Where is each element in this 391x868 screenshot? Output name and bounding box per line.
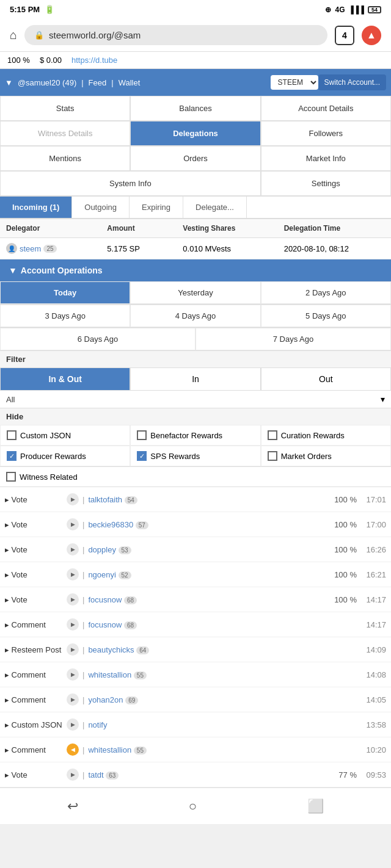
checkbox-sps[interactable]: ✓ [137, 451, 147, 461]
separator: | [81, 78, 83, 87]
wallet-link[interactable]: Wallet [119, 78, 141, 87]
url-bar[interactable]: 🔒 steemworld.org/@sam [24, 25, 327, 45]
op-user[interactable]: tatdt 63 [88, 770, 320, 779]
op-row-vote-2: ▸ Vote ▶ | beckie96830 57 100 % 17:00 [0, 512, 391, 537]
op-user[interactable]: talktofaith 54 [88, 495, 320, 504]
op-user[interactable]: doppley 53 [88, 545, 320, 554]
tab-button[interactable]: 4 [335, 26, 354, 45]
hide-producer-rewards[interactable]: ✓ Producer Rewards [0, 446, 130, 466]
recent-button[interactable]: ⬜ [307, 798, 324, 814]
tab-7days[interactable]: 7 Days Ago [196, 328, 391, 350]
nav-stats[interactable]: Stats [0, 96, 130, 121]
op-type: ▸ Comment [5, 620, 63, 629]
tab-3days[interactable]: 3 Days Ago [0, 305, 130, 327]
tab-expiring[interactable]: Expiring [130, 197, 183, 218]
feed-link[interactable]: Feed [89, 78, 107, 87]
home-icon[interactable]: ⌂ [10, 28, 17, 42]
tab-delegate[interactable]: Delegate... [183, 197, 247, 218]
nav-market-info[interactable]: Market Info [261, 146, 391, 171]
op-user[interactable]: whitestallion 55 [88, 745, 320, 754]
op-expand[interactable]: ▶ [67, 718, 79, 731]
bottom-nav: ↩ ○ ⬜ [0, 787, 391, 824]
tube-link[interactable]: https://d.tube [71, 56, 117, 65]
nav-account-details[interactable]: Account Details [261, 96, 391, 121]
hide-sps-rewards[interactable]: ✓ SPS Rewards [130, 446, 260, 466]
op-type: ▸ Vote [5, 570, 63, 579]
op-user[interactable]: ngoenyi 52 [88, 570, 320, 579]
nav-delegations[interactable]: Delegations [130, 121, 260, 146]
op-expand[interactable]: ▶ [67, 643, 79, 656]
op-expand[interactable]: ▶ [67, 593, 79, 606]
hide-custom-json-label: Custom JSON [20, 431, 71, 440]
op-expand[interactable]: ▶ [67, 693, 79, 706]
checkbox-benefactor[interactable] [137, 430, 147, 440]
nav-witness-details[interactable]: Witness Details [0, 121, 130, 146]
op-expand[interactable]: ▶ [67, 668, 79, 681]
op-user[interactable]: focusnow 68 [88, 595, 320, 604]
battery-placeholder: 🔋 [45, 5, 54, 14]
op-time: 14:08 [360, 670, 386, 679]
nav-followers[interactable]: Followers [261, 121, 391, 146]
op-user[interactable]: whitestallion 55 [88, 670, 320, 679]
currency-select[interactable]: STEEM [271, 75, 318, 90]
op-time: 14:17 [360, 620, 386, 629]
tab-6days[interactable]: 6 Days Ago [0, 328, 196, 350]
nav-system-info[interactable]: System Info [0, 171, 261, 196]
upload-button[interactable]: ▲ [362, 26, 381, 45]
nav-mentions[interactable]: Mentions [0, 146, 130, 171]
nav-balances[interactable]: Balances [130, 96, 260, 121]
dropdown-arrow[interactable]: ▾ [381, 394, 385, 404]
tab-yesterday[interactable]: Yesterday [130, 281, 260, 304]
tab-4days[interactable]: 4 Days Ago [130, 305, 260, 327]
op-expand[interactable]: ▶ [67, 518, 79, 530]
op-percent: 100 % [323, 595, 357, 604]
filter-in[interactable]: In [130, 367, 260, 391]
hide-witness-related[interactable]: Witness Related [6, 472, 78, 482]
nav-orders[interactable]: Orders [130, 146, 260, 171]
hide-benefactor-label: Benefactor Rewards [150, 431, 222, 440]
checkbox-custom-json[interactable] [7, 430, 16, 440]
table-header: Delegator Amount Vesting Shares Delegati… [0, 219, 391, 238]
day-tabs-row1: Today Yesterday 2 Days Ago [0, 281, 391, 305]
op-user[interactable]: yohan2on 69 [88, 695, 320, 704]
browser-bar: ⌂ 🔒 steemworld.org/@sam 4 ▲ [0, 19, 391, 52]
op-expand[interactable]: ▶ [67, 543, 79, 555]
filter-in-out[interactable]: In & Out [0, 367, 130, 391]
tab-outgoing[interactable]: Outgoing [72, 197, 130, 218]
hide-custom-json[interactable]: Custom JSON [0, 425, 130, 446]
tab-2days[interactable]: 2 Days Ago [261, 281, 391, 304]
tab-today[interactable]: Today [0, 281, 130, 304]
op-time: 10:20 [360, 745, 386, 754]
op-percent: 100 % [323, 520, 357, 529]
op-row-vote-5: ▸ Vote ▶ | focusnow 68 100 % 14:17 [0, 587, 391, 612]
op-expand-gold[interactable]: ◀ [67, 743, 79, 756]
op-expand[interactable]: ▶ [67, 618, 79, 631]
col-time: Delegation Time [284, 224, 385, 233]
table-row: 👤 steem 25 5.175 SP 0.010 MVests 2020-08… [0, 238, 391, 259]
nav-settings[interactable]: Settings [261, 171, 391, 196]
op-user[interactable]: beckie96830 57 [88, 520, 320, 529]
hide-market-orders[interactable]: Market Orders [261, 446, 391, 466]
switch-account-button[interactable]: Switch Account... [318, 74, 386, 90]
col-amount: Amount [107, 224, 183, 233]
filter-out[interactable]: Out [261, 367, 391, 391]
back-button[interactable]: ↩ [67, 798, 78, 814]
tab-5days[interactable]: 5 Days Ago [261, 305, 391, 327]
checkbox-curation[interactable] [268, 430, 277, 440]
tab-incoming[interactable]: Incoming (1) [0, 197, 72, 218]
time-cell: 2020-08-10, 08:12 [284, 244, 385, 253]
checkbox-market[interactable] [268, 451, 277, 461]
op-expand[interactable]: ▶ [67, 493, 79, 505]
checkbox-producer[interactable]: ✓ [7, 451, 16, 461]
op-expand[interactable]: ▶ [67, 769, 79, 781]
separator2: | [111, 78, 113, 87]
op-expand[interactable]: ▶ [67, 568, 79, 580]
url-text: steemworld.org/@sam [49, 30, 141, 40]
hide-benefactor-rewards[interactable]: Benefactor Rewards [130, 425, 260, 446]
checkbox-witness[interactable] [6, 472, 16, 482]
op-user[interactable]: notify [88, 720, 320, 729]
hide-curation-rewards[interactable]: Curation Rewards [261, 425, 391, 446]
op-user[interactable]: beautychicks 64 [88, 645, 320, 654]
op-user[interactable]: focusnow 68 [88, 620, 320, 629]
home-button[interactable]: ○ [189, 798, 197, 814]
